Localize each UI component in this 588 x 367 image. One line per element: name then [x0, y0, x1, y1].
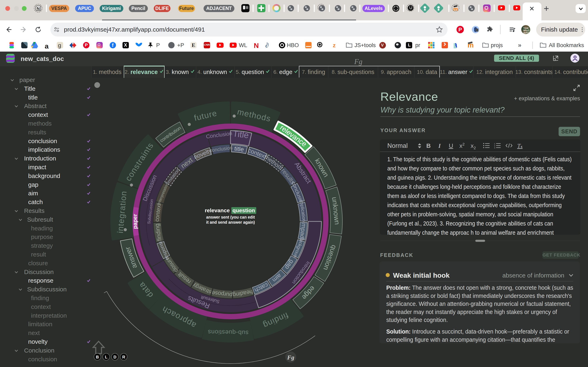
svg-text:L: L	[105, 355, 107, 359]
svg-text:B: B	[96, 355, 99, 359]
svg-text:D: D	[113, 355, 116, 359]
svg-text:Fg: Fg	[287, 354, 294, 361]
svg-text:title: title	[234, 145, 244, 153]
svg-text:paper: paper	[132, 214, 138, 229]
svg-text:R: R	[122, 355, 125, 359]
svg-text:sub-questions: sub-questions	[208, 329, 249, 336]
svg-text:3: 3	[494, 147, 495, 149]
svg-text:2: 2	[494, 145, 495, 147]
svg-text:1: 1	[494, 143, 495, 145]
